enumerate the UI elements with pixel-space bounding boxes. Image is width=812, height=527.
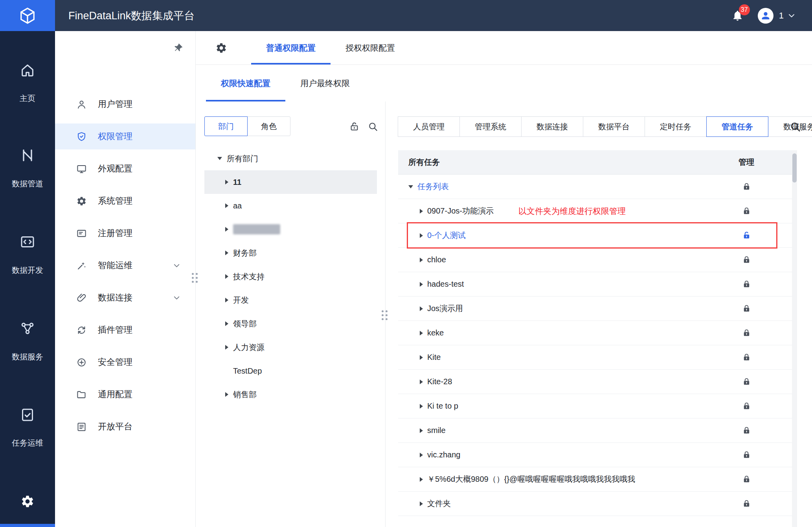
expand-icon[interactable] [225, 392, 228, 397]
expand-icon[interactable] [420, 453, 423, 457]
lock-icon[interactable] [742, 328, 751, 337]
lock-icon[interactable] [742, 280, 751, 289]
lock-icon[interactable] [742, 426, 751, 435]
table-row[interactable]: Ki te to p [398, 394, 797, 418]
lock-icon[interactable] [742, 475, 751, 484]
settings-icon[interactable] [215, 42, 227, 54]
task-folder-label[interactable]: 0907-Jos-功能演示 [427, 206, 494, 216]
tree-item-all-departments[interactable]: 所有部门 [204, 147, 377, 170]
table-row-task-list[interactable]: 任务列表 [398, 175, 797, 199]
sidebar-item-general-config[interactable]: 通用配置 [55, 381, 195, 407]
task-folder-label[interactable]: Kite-28 [427, 377, 452, 386]
expand-icon[interactable] [420, 282, 423, 287]
tab-user-final-permission[interactable]: 用户最终权限 [285, 65, 365, 101]
sidebar-item-data-connection[interactable]: 数据连接 [55, 285, 195, 311]
unlock-icon[interactable] [349, 121, 360, 132]
table-row[interactable]: ￥5%6d大概9809（）{}@喔哦喔喔喔喔哦我哦哦我我我哦我 [398, 467, 797, 492]
expand-icon[interactable] [420, 209, 423, 214]
task-folder-label[interactable]: Ki te to p [427, 402, 458, 411]
task-folder-label[interactable]: chloe [427, 255, 446, 264]
tree-item[interactable]: 人力资源 [204, 335, 377, 359]
app-logo[interactable] [0, 0, 55, 31]
lock-icon[interactable] [742, 304, 751, 313]
lock-icon[interactable] [742, 402, 751, 411]
tree-item[interactable]: aa [204, 194, 377, 217]
expand-icon[interactable] [420, 331, 423, 335]
table-row[interactable]: 文件夹 [398, 492, 797, 516]
expand-icon[interactable] [420, 233, 423, 238]
expand-icon[interactable] [225, 227, 228, 232]
expand-icon[interactable] [225, 203, 228, 208]
sidebar-item-user-management[interactable]: 用户管理 [55, 91, 195, 117]
expand-icon[interactable] [225, 345, 228, 350]
expand-icon[interactable] [225, 274, 228, 279]
table-row[interactable]: Kite-28 [398, 370, 797, 394]
table-row[interactable]: 0907-Jos-功能演示 以文件夹为维度进行权限管理 [398, 199, 797, 223]
sidebar-item-intelligent-ops[interactable]: 智能运维 [55, 252, 195, 278]
table-row[interactable]: keke [398, 321, 797, 345]
task-search-icon[interactable] [789, 121, 801, 133]
table-row[interactable]: Jos演示用 [398, 297, 797, 321]
tab-management-system[interactable]: 管理系统 [459, 116, 522, 137]
table-row-personal-test[interactable]: 0-个人测试 [398, 223, 797, 248]
lock-icon[interactable] [742, 377, 751, 386]
toggle-department[interactable]: 部门 [204, 116, 248, 136]
tree-item[interactable]: 财务部 [204, 241, 377, 265]
tab-normal-permission-config[interactable]: 普通权限配置 [251, 31, 331, 64]
rail-item-task-ops[interactable]: 任务运维 [0, 407, 55, 447]
tree-item[interactable]: 开发 [204, 288, 377, 312]
pin-icon[interactable] [173, 43, 184, 53]
table-row[interactable]: Kite [398, 345, 797, 370]
notifications-button[interactable]: 37 [731, 9, 744, 22]
task-folder-label[interactable]: hades-test [427, 280, 464, 289]
tree-item-selected[interactable]: 11 [204, 170, 377, 194]
panel-resize-handle[interactable] [192, 273, 198, 283]
avatar[interactable] [758, 8, 773, 24]
search-icon[interactable] [367, 121, 378, 132]
unlock-icon[interactable] [742, 231, 751, 240]
task-folder-label[interactable]: Kite [427, 353, 441, 362]
lock-icon[interactable] [742, 182, 751, 191]
tree-item[interactable]: 技术支持 [204, 265, 377, 288]
scrollbar-thumb[interactable] [792, 153, 797, 182]
tab-authorized-permission-config[interactable]: 授权权限配置 [331, 31, 410, 64]
lock-icon[interactable] [742, 450, 751, 459]
rail-settings-button[interactable] [0, 494, 55, 509]
task-folder-label[interactable]: 任务列表 [417, 181, 449, 192]
task-folder-label[interactable]: smile [427, 426, 446, 435]
sidebar-item-registration-management[interactable]: 注册管理 [55, 220, 195, 246]
collapse-icon[interactable] [408, 185, 413, 188]
expand-icon[interactable] [420, 355, 423, 360]
table-row[interactable]: vic.zhang [398, 443, 797, 467]
lock-icon[interactable] [742, 255, 751, 264]
expand-icon[interactable] [225, 251, 228, 255]
tree-item[interactable]: 领导部 [204, 312, 377, 335]
tree-item[interactable]: 销售部 [204, 383, 377, 406]
tree-item-masked[interactable] [204, 217, 377, 241]
sidebar-item-open-platform[interactable]: 开放平台 [55, 414, 195, 440]
task-folder-label[interactable]: Jos演示用 [427, 303, 463, 314]
collapse-icon[interactable] [217, 157, 222, 160]
chevron-down-icon[interactable] [172, 261, 181, 270]
table-row[interactable]: smile [398, 418, 797, 443]
sidebar-item-security-management[interactable]: 安全管理 [55, 349, 195, 375]
task-folder-label[interactable]: vic.zhang [427, 450, 461, 459]
scrollbar[interactable] [792, 150, 797, 527]
expand-icon[interactable] [420, 404, 423, 409]
sidebar-item-plugin-management[interactable]: 插件管理 [55, 317, 195, 343]
tree-item[interactable]: TestDep [204, 359, 377, 383]
task-folder-label[interactable]: keke [427, 328, 444, 337]
rail-item-data-pipeline[interactable]: 数据管道 [0, 147, 55, 188]
lock-icon[interactable] [742, 353, 751, 362]
expand-icon[interactable] [420, 428, 423, 433]
task-folder-label[interactable]: ￥5%6d大概9809（）{}@喔哦喔喔喔喔哦我哦哦我我我哦我 [427, 474, 635, 485]
tab-pipeline-tasks[interactable]: 管道任务 [706, 116, 768, 137]
expand-icon[interactable] [225, 298, 228, 302]
tab-data-connection[interactable]: 数据连接 [521, 116, 583, 137]
expand-icon[interactable] [420, 306, 423, 311]
rail-item-data-development[interactable]: 数据开发 [0, 234, 55, 274]
task-folder-label[interactable]: 文件夹 [427, 498, 451, 509]
sidebar-item-system-management[interactable]: 系统管理 [55, 188, 195, 214]
rail-item-data-service[interactable]: 数据服务 [0, 321, 55, 361]
lock-icon[interactable] [742, 206, 751, 216]
